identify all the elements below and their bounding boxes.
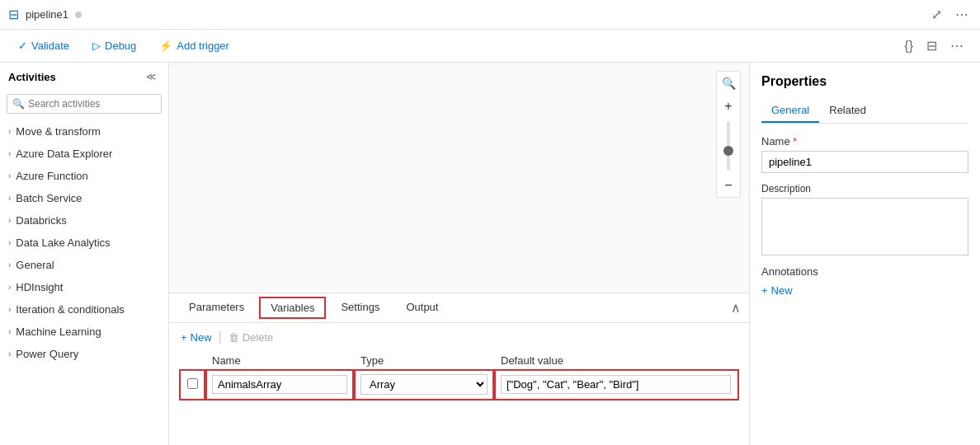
toolbar: ✓ Validate ▷ Debug ⚡ Add trigger {} ⊟ ⋯ <box>0 30 980 63</box>
chevron-icon: › <box>8 305 11 314</box>
chevron-icon: › <box>8 127 11 136</box>
debug-label: Debug <box>105 40 136 52</box>
col-header-checkbox <box>181 351 205 371</box>
col-header-type: Type <box>354 351 494 371</box>
action-separator: | <box>219 330 222 344</box>
toolbar-more-button[interactable]: ⋯ <box>947 36 967 55</box>
add-trigger-label: Add trigger <box>177 40 229 52</box>
canvas-main[interactable]: 🔍 + − <box>169 63 749 293</box>
sidebar-item-hdinsight[interactable]: › HDInsight <box>0 276 168 298</box>
top-bar-left: ⊟ pipeline1 <box>8 7 82 22</box>
variable-type-select[interactable]: Array Boolean Integer String <box>360 374 488 395</box>
variable-default-input[interactable] <box>501 375 731 394</box>
sidebar-item-batch-service[interactable]: › Batch Service <box>0 187 168 209</box>
row-default-cell <box>494 371 737 399</box>
search-icon: 🔍 <box>12 98 25 110</box>
chevron-icon: › <box>8 283 11 292</box>
search-box[interactable]: 🔍 <box>7 94 162 114</box>
chevron-icon: › <box>8 194 11 203</box>
validate-label: Validate <box>31 40 69 52</box>
props-tab-general[interactable]: General <box>761 99 819 123</box>
search-input[interactable] <box>28 98 156 110</box>
pipeline-title: pipeline1 <box>26 8 68 21</box>
sidebar-item-label: General <box>16 259 54 271</box>
bottom-actions: + New | 🗑 Delete <box>181 330 737 344</box>
sidebar-item-label: HDInsight <box>16 281 63 293</box>
settings-button[interactable]: ⊟ <box>923 36 940 55</box>
variable-name-input[interactable] <box>212 375 347 394</box>
chevron-icon: › <box>8 349 11 358</box>
col-header-default: Default value <box>494 351 737 371</box>
validate-icon: ✓ <box>18 40 27 52</box>
sidebar-item-iteration-conditionals[interactable]: › Iteration & conditionals <box>0 298 168 321</box>
sidebar-item-label: Azure Data Explorer <box>16 148 112 160</box>
properties-tabs: General Related <box>761 99 968 124</box>
chevron-icon: › <box>8 238 11 247</box>
add-annotation-button[interactable]: + New <box>761 284 968 297</box>
variables-table: Name Type Default value <box>181 351 737 399</box>
tab-settings[interactable]: Settings <box>329 296 391 320</box>
sidebar-item-label: Power Query <box>16 348 78 360</box>
code-button[interactable]: {} <box>901 36 916 55</box>
description-textarea[interactable] <box>761 198 968 255</box>
sidebar-item-label: Azure Function <box>16 170 87 182</box>
chevron-icon: › <box>8 216 11 225</box>
pipeline-name-input[interactable] <box>761 151 968 173</box>
bottom-tabs: Parameters Variables Settings Output ∧ <box>169 293 749 323</box>
top-bar: ⊟ pipeline1 ⤢ ⋯ <box>0 0 980 30</box>
delete-variable-button[interactable]: 🗑 Delete <box>229 331 274 344</box>
canvas-zoom-control: 🔍 + − <box>716 71 741 198</box>
add-trigger-button[interactable]: ⚡ Add trigger <box>154 36 234 55</box>
toolbar-right: {} ⊟ ⋯ <box>901 36 967 55</box>
properties-panel: Properties General Related Name * Descri… <box>749 63 980 445</box>
validate-button[interactable]: ✓ Validate <box>13 36 74 55</box>
zoom-in-button[interactable]: + <box>717 95 740 118</box>
sidebar-item-label: Databricks <box>16 214 66 227</box>
trigger-icon: ⚡ <box>159 40 172 52</box>
delete-label: Delete <box>243 331 274 344</box>
canvas-search-button[interactable]: 🔍 <box>717 72 740 95</box>
expand-button[interactable]: ⤢ <box>928 5 945 24</box>
sidebar-item-machine-learning[interactable]: › Machine Learning <box>0 321 168 343</box>
row-type-cell: Array Boolean Integer String <box>354 371 494 399</box>
tab-parameters[interactable]: Parameters <box>177 296 256 320</box>
chevron-icon: › <box>8 149 11 158</box>
topbar-more-button[interactable]: ⋯ <box>952 5 972 24</box>
sidebar-item-azure-function[interactable]: › Azure Function <box>0 165 168 187</box>
props-tab-related[interactable]: Related <box>819 99 876 123</box>
sidebar-title: Activities <box>8 71 56 83</box>
top-bar-right: ⤢ ⋯ <box>928 5 972 24</box>
sidebar-collapse-button[interactable]: ≪ <box>143 69 160 84</box>
zoom-thumb <box>723 146 733 156</box>
canvas-area: 🔍 + − Parameters Variables Settings Outp… <box>169 63 749 445</box>
pipeline-icon: ⊟ <box>8 7 19 22</box>
sidebar-item-label: Data Lake Analytics <box>16 237 110 249</box>
chevron-icon: › <box>8 327 11 336</box>
sidebar-item-azure-data-explorer[interactable]: › Azure Data Explorer <box>0 143 168 165</box>
sidebar-item-power-query[interactable]: › Power Query <box>0 343 168 365</box>
sidebar-item-label: Iteration & conditionals <box>16 303 125 316</box>
collapse-panel-button[interactable]: ∧ <box>731 300 741 316</box>
sidebar-item-label: Machine Learning <box>16 326 101 338</box>
zoom-slider[interactable] <box>727 121 730 171</box>
new-variable-button[interactable]: + New <box>181 331 212 344</box>
tab-variables[interactable]: Variables <box>259 297 326 319</box>
sidebar-item-label: Batch Service <box>16 192 82 204</box>
unsaved-indicator <box>75 12 82 18</box>
chevron-icon: › <box>8 171 11 180</box>
row-checkbox[interactable] <box>187 378 198 389</box>
sidebar-item-general[interactable]: › General <box>0 254 168 276</box>
annotations-label: Annotations <box>761 265 968 278</box>
row-checkbox-cell <box>181 371 205 399</box>
sidebar-item-databricks[interactable]: › Databricks <box>0 209 168 232</box>
debug-button[interactable]: ▷ Debug <box>87 36 141 55</box>
sidebar-item-move-transform[interactable]: › Move & transform <box>0 120 168 143</box>
tab-output[interactable]: Output <box>394 296 450 320</box>
bottom-panel: Parameters Variables Settings Output ∧ +… <box>169 293 749 445</box>
zoom-out-button[interactable]: − <box>717 174 740 197</box>
description-label: Description <box>761 183 968 194</box>
chevron-icon: › <box>8 260 11 269</box>
add-new-label: New <box>771 284 793 297</box>
sidebar-item-data-lake-analytics[interactable]: › Data Lake Analytics <box>0 232 168 254</box>
properties-title: Properties <box>761 74 968 89</box>
